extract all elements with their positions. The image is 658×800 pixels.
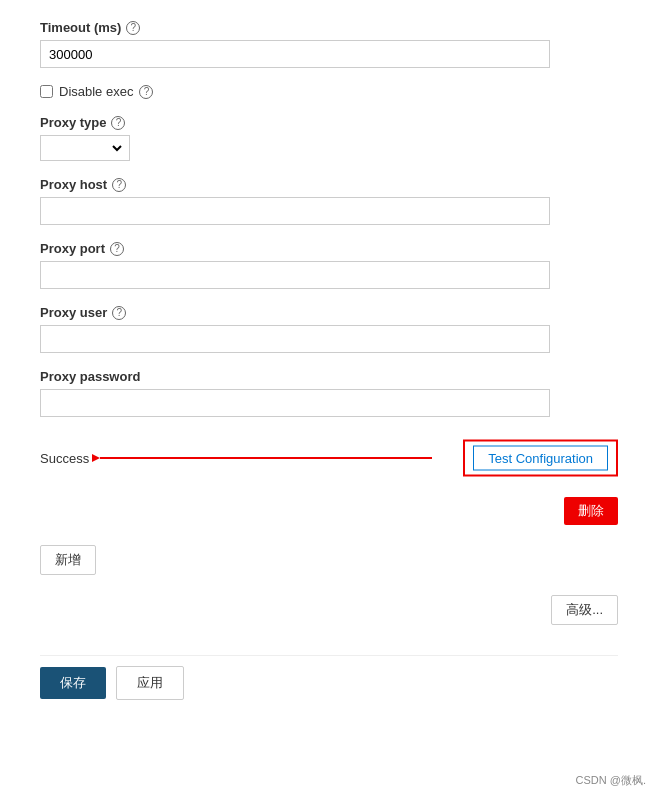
proxy-port-label-text: Proxy port	[40, 241, 105, 256]
watermark: CSDN @微枫.	[576, 773, 646, 788]
proxy-password-input[interactable]	[40, 389, 550, 417]
proxy-type-label-text: Proxy type	[40, 115, 106, 130]
proxy-port-help-icon[interactable]: ?	[110, 242, 124, 256]
timeout-input[interactable]	[40, 40, 550, 68]
proxy-host-help-icon[interactable]: ?	[112, 178, 126, 192]
add-row: 新增	[40, 545, 618, 575]
proxy-type-dropdown[interactable]: HTTP SOCKS4 SOCKS5	[40, 135, 130, 161]
proxy-type-help-icon[interactable]: ?	[111, 116, 125, 130]
advanced-row: 高级...	[40, 595, 618, 625]
proxy-host-section: Proxy host ?	[40, 177, 618, 225]
proxy-host-label: Proxy host ?	[40, 177, 618, 192]
timeout-label: Timeout (ms) ?	[40, 20, 618, 35]
disable-exec-row: Disable exec ?	[40, 84, 618, 99]
disable-exec-checkbox[interactable]	[40, 85, 53, 98]
proxy-password-label: Proxy password	[40, 369, 618, 384]
proxy-port-label: Proxy port ?	[40, 241, 618, 256]
timeout-label-text: Timeout (ms)	[40, 20, 121, 35]
proxy-type-label: Proxy type ?	[40, 115, 618, 130]
proxy-port-section: Proxy port ?	[40, 241, 618, 289]
disable-exec-label: Disable exec	[59, 84, 133, 99]
proxy-host-input[interactable]	[40, 197, 550, 225]
red-arrow-icon	[92, 447, 432, 469]
proxy-user-help-icon[interactable]: ?	[112, 306, 126, 320]
proxy-user-label: Proxy user ?	[40, 305, 618, 320]
proxy-type-section: Proxy type ? HTTP SOCKS4 SOCKS5	[40, 115, 618, 161]
bottom-bar: 保存 应用	[40, 655, 618, 700]
proxy-host-label-text: Proxy host	[40, 177, 107, 192]
disable-exec-help-icon[interactable]: ?	[139, 85, 153, 99]
timeout-section: Timeout (ms) ?	[40, 20, 618, 68]
test-config-button[interactable]: Test Configuration	[473, 446, 608, 471]
proxy-password-label-text: Proxy password	[40, 369, 140, 384]
test-config-row: Success Test Configuration	[40, 433, 618, 483]
proxy-port-input[interactable]	[40, 261, 550, 289]
success-text: Success	[40, 451, 89, 466]
delete-row: 删除	[40, 497, 618, 525]
proxy-type-select[interactable]: HTTP SOCKS4 SOCKS5	[45, 140, 125, 157]
add-button[interactable]: 新增	[40, 545, 96, 575]
proxy-user-section: Proxy user ?	[40, 305, 618, 353]
test-config-highlight-box: Test Configuration	[463, 440, 618, 477]
proxy-user-label-text: Proxy user	[40, 305, 107, 320]
apply-button[interactable]: 应用	[116, 666, 184, 700]
proxy-password-section: Proxy password	[40, 369, 618, 417]
save-button[interactable]: 保存	[40, 667, 106, 699]
timeout-help-icon[interactable]: ?	[126, 21, 140, 35]
proxy-user-input[interactable]	[40, 325, 550, 353]
delete-button[interactable]: 删除	[564, 497, 618, 525]
advanced-button[interactable]: 高级...	[551, 595, 618, 625]
